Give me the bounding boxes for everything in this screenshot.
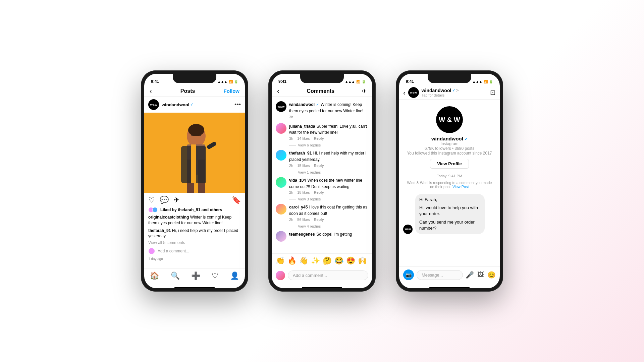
comment-input-avatar xyxy=(276,271,285,280)
comment-body-ww: windandwool ✓ Winter is coming! Keep the… xyxy=(289,101,368,119)
reply-line xyxy=(289,145,296,145)
search-nav-icon[interactable]: 🔍 xyxy=(171,272,180,280)
comment-input-field[interactable]: Add a comment... xyxy=(288,270,368,280)
camera-icon[interactable]: 📷 xyxy=(403,269,414,280)
back-button-2[interactable]: ‹ xyxy=(277,87,279,95)
status-time-1: 9:41 xyxy=(151,79,159,84)
signal-icon-2: ▲▲▲ xyxy=(345,80,355,83)
comment-icon[interactable]: 💬 xyxy=(160,196,169,204)
comment-verified-ww: ✓ xyxy=(316,103,319,107)
dm-big-verified: ✓ xyxy=(465,137,468,141)
bottom-nav-1: 🏠 🔍 ➕ ♡ 👤 xyxy=(144,268,245,286)
wifi-icon-3: 📶 xyxy=(484,80,488,83)
create-nav-icon[interactable]: ➕ xyxy=(191,272,200,280)
comment-avatar-julia xyxy=(276,123,286,134)
emoji-laugh[interactable]: 😂 xyxy=(334,256,343,265)
comment-body-vida: vida_z04 When does the new winter line c… xyxy=(289,177,368,195)
more-options-1[interactable]: ••• xyxy=(234,101,241,108)
battery-icon-2: 🔋 xyxy=(362,80,366,83)
comment-item-team: teameugenes So dope! I'm getting xyxy=(272,229,372,244)
dm-nav-name: windandwool ✓ > xyxy=(422,88,487,93)
verified-badge-1: ✓ xyxy=(190,103,193,107)
comment-item-julia: juliana_triada Super fresh! Love y'all. … xyxy=(272,121,372,143)
post-actions-1: ♡ 💬 ✈ 🔖 xyxy=(144,193,245,207)
share-icon[interactable]: ✈ xyxy=(173,196,179,204)
dm-message-received: Hi Farah, Hi, would love to help you wit… xyxy=(415,194,485,234)
emoji-clap[interactable]: 👏 xyxy=(276,256,285,265)
comments-title: Comments xyxy=(279,88,362,94)
dm-message-text: Hi Farah, xyxy=(419,197,481,203)
view-all-comments[interactable]: View all 5 comments xyxy=(144,240,245,246)
emoji-sparkles[interactable]: ✨ xyxy=(311,256,320,265)
comment-username-vida: vida_z04 xyxy=(289,178,306,183)
comment-body-carol: carol_y45 I love this coat I'm getting t… xyxy=(289,204,368,222)
back-button-1[interactable]: ‹ xyxy=(150,87,152,95)
comment-avatar-farah xyxy=(276,150,286,161)
back-button-3[interactable]: ‹ xyxy=(403,89,406,97)
phone-3: 9:41 ▲▲▲ 📶 🔋 ‹ W&W windandwool ✓ > Tap f… xyxy=(396,70,503,292)
comment-item-carol: carol_y45 I love this coat I'm getting t… xyxy=(272,202,372,224)
dm-messages: W&W Hi Farah, Hi, would love to help you… xyxy=(399,191,500,266)
follow-button[interactable]: Follow xyxy=(224,88,240,94)
sticker-icon[interactable]: 😊 xyxy=(487,271,496,279)
view-replies-farah[interactable]: View 1 replies xyxy=(272,170,372,175)
dm-big-initials: W & W xyxy=(439,116,460,124)
battery-icon: 🔋 xyxy=(234,80,238,83)
save-icon[interactable]: 🔖 xyxy=(232,196,241,204)
svg-rect-6 xyxy=(191,144,196,183)
dm-message-input[interactable]: Message... xyxy=(417,270,463,280)
comment-body-julia: juliana_triada Super fresh! Love y'all. … xyxy=(289,123,368,141)
wifi-icon-2: 📶 xyxy=(356,80,360,83)
comment-meta-carol: 2h 56 likes Reply xyxy=(289,218,368,222)
emoji-think[interactable]: 🤔 xyxy=(323,256,332,265)
comment-item-ww: W&W windandwool ✓ Winter is coming! Keep… xyxy=(272,99,372,121)
caption-username: originalcoastclothing xyxy=(148,215,189,220)
view-post-link[interactable]: View Post xyxy=(452,185,469,189)
comment-item-vida: vida_z04 When does the new winter line c… xyxy=(272,175,372,197)
like-icon[interactable]: ♡ xyxy=(148,196,155,204)
comment-preview-user: thefarah_91 xyxy=(148,228,171,233)
emoji-raise[interactable]: 🙌 xyxy=(358,256,367,265)
emoji-heart-eyes[interactable]: 😍 xyxy=(346,256,355,265)
comment-avatar-ww: W&W xyxy=(276,101,286,112)
view-profile-button[interactable]: View Profile xyxy=(430,159,469,169)
activity-nav-icon[interactable]: ♡ xyxy=(212,272,218,280)
profile-nav-icon[interactable]: 👤 xyxy=(230,272,239,280)
signal-icon: ▲▲▲ xyxy=(217,80,227,83)
comment-meta-farah: 2h 15 likes Reply xyxy=(289,164,368,168)
video-call-icon[interactable]: ⊡ xyxy=(490,88,496,97)
dm-nav-icons: ⊡ xyxy=(490,88,496,97)
notch-3 xyxy=(428,74,471,83)
dm-verified: ✓ xyxy=(452,88,455,93)
emoji-wave[interactable]: 👋 xyxy=(299,256,308,265)
posts-nav: ‹ Posts Follow xyxy=(144,86,245,97)
home-nav-icon[interactable]: 🏠 xyxy=(150,272,159,280)
dm-nav-avatar: W&W xyxy=(408,87,419,98)
reply-line-4 xyxy=(289,226,296,226)
profile-row-1: W&W windandwool ✓ ••• xyxy=(144,97,245,113)
avatar-1[interactable]: W&W xyxy=(148,99,159,110)
posts-title: Posts xyxy=(180,88,195,94)
emoji-fire[interactable]: 🔥 xyxy=(287,256,297,265)
dm-stats: 679K followers • 3680 posts xyxy=(425,146,474,151)
add-comment-placeholder[interactable]: Add a comment... xyxy=(158,249,189,253)
comment-username-team: teameugenes xyxy=(289,232,315,237)
username-1[interactable]: windandwool ✓ xyxy=(162,102,193,107)
view-replies-vida[interactable]: View 3 replies xyxy=(272,196,372,202)
wifi-icon: 📶 xyxy=(229,80,233,83)
comment-input-bar: Add a comment... xyxy=(272,268,372,286)
mic-icon[interactable]: 🎤 xyxy=(466,271,474,279)
comment-meta-vida: 2h 18 likes Reply xyxy=(289,190,368,194)
filter-icon[interactable]: ✈ xyxy=(362,87,367,95)
view-replies-julia[interactable]: View 6 replies xyxy=(272,142,372,148)
dm-message-placeholder: Message... xyxy=(422,273,443,278)
tap-for-details[interactable]: Tap for details xyxy=(422,93,487,97)
status-icons-3: ▲▲▲ 📶 🔋 xyxy=(472,80,493,83)
post-image-1 xyxy=(144,113,245,193)
phone-2: 9:41 ▲▲▲ 📶 🔋 ‹ Comments ✈ W&W windandwoo… xyxy=(268,70,376,292)
phone-1: 9:41 ▲▲▲ 📶 🔋 ‹ Posts Follow W&W windandw… xyxy=(141,70,248,292)
view-replies-carol[interactable]: View 4 replies xyxy=(272,224,372,229)
home-indicator-3 xyxy=(429,287,470,288)
dm-platform: Instagram xyxy=(440,141,458,146)
image-icon[interactable]: 🖼 xyxy=(477,271,484,279)
